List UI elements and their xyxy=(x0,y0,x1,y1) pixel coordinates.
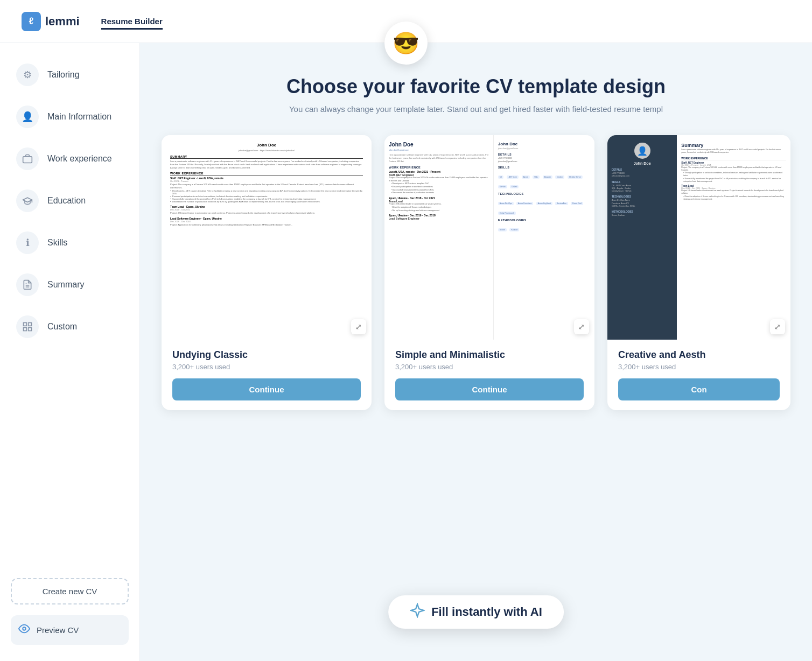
zoom-icon-minimalistic[interactable]: ⤢ xyxy=(574,319,589,334)
skills-icon: ℹ xyxy=(16,231,39,254)
custom-icon xyxy=(16,315,39,338)
sidebar-item-custom[interactable]: Custom xyxy=(0,306,139,348)
sidebar-label-work-experience: Work experience xyxy=(47,154,112,164)
template-preview-classic: John Doe johndoe@gmail.com · https://www… xyxy=(162,135,372,340)
template-name-creative: Creative and Aesth xyxy=(618,349,780,361)
sidebar-label-skills: Skills xyxy=(47,238,67,248)
sidebar-label-summary: Summary xyxy=(47,280,84,290)
sidebar-item-main-information[interactable]: 👤 Main Information xyxy=(0,96,139,138)
logo-area: ℓ lemmi xyxy=(22,12,80,31)
template-info-classic: Undying Classic 3,200+ users used Contin… xyxy=(162,340,372,410)
page-subtitle: You can always change your template late… xyxy=(162,104,790,114)
sidebar-item-tailoring[interactable]: ⚙ Tailoring xyxy=(0,54,139,96)
gear-icon: ⚙ xyxy=(16,64,39,86)
main-container: ⚙ Tailoring 👤 Main Information Work expe… xyxy=(0,43,812,661)
page-title: Choose your favorite CV template design xyxy=(162,75,790,98)
ai-bar[interactable]: Fill instantly with AI xyxy=(388,595,564,629)
template-name-minimalistic: Simple and Minimalistic xyxy=(395,349,584,361)
summary-icon xyxy=(16,273,39,296)
preview-cv-label: Preview CV xyxy=(37,625,79,635)
continue-button-creative[interactable]: Con xyxy=(618,378,780,400)
header-nav: Resume Builder xyxy=(101,17,163,26)
sidebar-item-education[interactable]: Education xyxy=(0,180,139,222)
template-name-classic: Undying Classic xyxy=(172,349,361,361)
right-content: Choose your favorite CV template design … xyxy=(140,43,812,661)
ai-sparkle-icon xyxy=(410,603,425,621)
sidebar-label-custom: Custom xyxy=(47,322,77,332)
create-cv-button[interactable]: Create new CV xyxy=(11,578,129,604)
sidebar-item-summary[interactable]: Summary xyxy=(0,264,139,306)
svg-rect-0 xyxy=(23,157,32,163)
template-users-classic: 3,200+ users used xyxy=(172,363,361,371)
sidebar-item-work-experience[interactable]: Work experience xyxy=(0,138,139,180)
briefcase-icon xyxy=(16,147,39,170)
zoom-icon-classic[interactable]: ⤢ xyxy=(351,319,366,334)
sidebar: ⚙ Tailoring 👤 Main Information Work expe… xyxy=(0,43,140,661)
template-card-classic: John Doe johndoe@gmail.com · https://www… xyxy=(162,135,372,410)
svg-point-7 xyxy=(23,627,26,630)
sidebar-label-main-information: Main Information xyxy=(47,112,111,122)
zoom-icon-creative[interactable]: ⤢ xyxy=(770,319,785,334)
svg-rect-5 xyxy=(24,328,27,331)
sidebar-label-tailoring: Tailoring xyxy=(47,70,80,80)
svg-rect-4 xyxy=(29,323,32,326)
svg-rect-3 xyxy=(24,323,27,326)
continue-button-minimalistic[interactable]: Continue xyxy=(395,378,584,400)
template-users-creative: 3,200+ users used xyxy=(618,363,780,371)
ai-bar-label: Fill instantly with AI xyxy=(431,605,542,619)
template-preview-minimalistic: John Doe john.doe@gmail.com I am a passi… xyxy=(384,135,594,340)
template-users-minimalistic: 3,200+ users used xyxy=(395,363,584,371)
person-icon: 👤 xyxy=(16,106,39,128)
avatar-emoji: 😎 xyxy=(393,31,419,56)
create-cv-label: Create new CV xyxy=(43,587,97,596)
logo-text: lemmi xyxy=(45,15,80,29)
preview-cv-button[interactable]: Preview CV xyxy=(11,615,129,645)
logo-icon: ℓ xyxy=(22,12,41,31)
sidebar-label-education: Education xyxy=(47,196,86,206)
continue-button-classic[interactable]: Continue xyxy=(172,378,361,400)
template-preview-creative: 👤 John Doe Details +629 778-1883 john.do… xyxy=(607,135,790,340)
education-icon xyxy=(16,189,39,212)
logo-letter: ℓ xyxy=(29,16,34,27)
sidebar-item-skills[interactable]: ℹ Skills xyxy=(0,222,139,264)
templates-row: John Doe johndoe@gmail.com · https://www… xyxy=(162,135,790,410)
avatar-bubble: 😎 xyxy=(384,22,428,65)
eye-icon xyxy=(18,623,30,637)
template-card-minimalistic: John Doe john.doe@gmail.com I am a passi… xyxy=(384,135,594,410)
svg-rect-6 xyxy=(29,328,32,331)
template-info-minimalistic: Simple and Minimalistic 3,200+ users use… xyxy=(384,340,594,410)
header-nav-resume-builder[interactable]: Resume Builder xyxy=(101,17,163,30)
template-info-creative: Creative and Aesth 3,200+ users used Con xyxy=(607,340,790,410)
template-card-creative: 👤 John Doe Details +629 778-1883 john.do… xyxy=(607,135,790,410)
